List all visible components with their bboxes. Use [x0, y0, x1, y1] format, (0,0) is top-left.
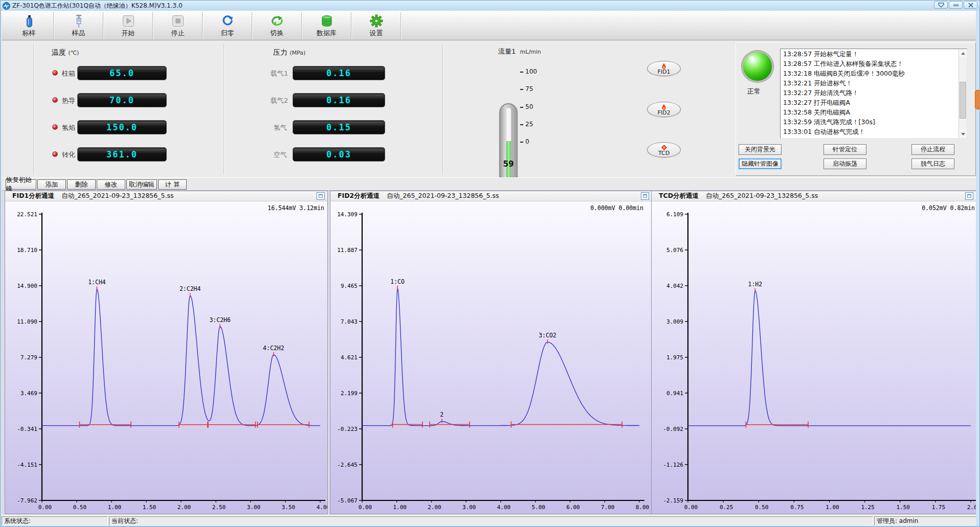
fid1-button[interactable]: FID1 [647, 61, 681, 76]
close-button[interactable] [964, 1, 977, 9]
gauge-tick-label: 100 [525, 68, 537, 75]
chart-filename: 自动_265_2021-09-23_132856_5.ss [61, 192, 173, 200]
svg-text:0.75: 0.75 [790, 504, 804, 511]
restore-peaks-button[interactable]: 恢复初始峰 [6, 179, 36, 190]
pressure-label-carrier2: 载气2 [271, 96, 288, 105]
current-state-field: 当前状态: [109, 516, 873, 525]
arrow-down-icon [961, 133, 965, 135]
pressure-display-air: 0.03 [293, 147, 385, 162]
log-line: 13:28:57 工作站进入标样预备采集状态！ [781, 59, 967, 68]
svg-text:2:C2H4: 2:C2H4 [180, 285, 201, 292]
start-oscillation-button[interactable]: 启动振荡 [823, 158, 866, 169]
log-line: 13:28:57 开始标气定量！ [781, 49, 967, 59]
needle-position-button[interactable]: 针管定位 [823, 144, 866, 155]
svg-text:1:CH4: 1:CH4 [88, 279, 106, 286]
log-line: 13:32:58 关闭电磁阀A [781, 107, 967, 117]
maximize-chart-button[interactable] [317, 192, 325, 200]
svg-text:18.710: 18.710 [17, 247, 37, 254]
svg-text:3.469: 3.469 [20, 390, 37, 397]
chromatogram-fid2[interactable]: 14.30911.8879.4657.0434.6212.199-0.223-2… [330, 201, 652, 516]
toolbar-button-standard-sample[interactable]: 标样 [5, 12, 54, 39]
app-window: ZF-301Q色谱工作站(301Q自动（绝缘油）K528.M)V3.1.3.0 … [0, 0, 980, 527]
svg-text:3:CO2: 3:CO2 [539, 332, 556, 339]
maximize-chart-button[interactable] [641, 192, 649, 200]
gauge-tick-label: 25 [525, 121, 533, 128]
modify-peak-button[interactable]: 修改 [97, 179, 125, 190]
log-line: 13:32:21 开始进标气！ [781, 78, 967, 88]
chart-title: TCD分析通道 [659, 192, 699, 200]
chart-title: FID1分析通道 [12, 192, 54, 200]
toolbar-button-zero[interactable]: 归零 [203, 12, 252, 39]
scroll-up-button[interactable] [959, 49, 967, 57]
toolbar-label: 设置 [370, 29, 383, 38]
chart-filename: 自动_265_2021-09-23_132856_5.ss [706, 192, 818, 200]
toolbar-button-start[interactable]: 开始 [104, 12, 153, 39]
toolbar-button-settings[interactable]: 设置 [352, 12, 401, 39]
svg-text:3.50: 3.50 [282, 504, 296, 511]
temp-led-tcd [52, 97, 58, 103]
minimize-icon [953, 3, 959, 7]
detector-label: TCD [658, 151, 670, 156]
stop-process-button[interactable]: 停止流程 [911, 144, 954, 155]
gauge-tick [520, 72, 523, 73]
scroll-down-button[interactable] [959, 130, 967, 138]
pin-button[interactable] [934, 1, 948, 9]
maximize-icon [319, 194, 323, 198]
svg-text:7.279: 7.279 [20, 354, 37, 361]
add-peak-button[interactable]: 添加 [37, 179, 66, 190]
svg-text:2.00: 2.00 [177, 504, 191, 511]
svg-text:-1.126: -1.126 [663, 462, 683, 468]
fid2-button[interactable]: FID2 [647, 102, 681, 117]
chromatogram-tcd[interactable]: 6.1095.0764.0423.0091.9750.941-0.092-1.1… [652, 201, 976, 516]
svg-text:4.00: 4.00 [497, 504, 511, 511]
degas-log-button[interactable]: 脱气日志 [911, 158, 954, 169]
gauge-tick [520, 142, 523, 143]
toolbar-button-stop[interactable]: 停止 [153, 12, 203, 39]
cancel-edit-button[interactable]: 取消编辑 [126, 179, 157, 190]
minimize-button[interactable] [949, 1, 963, 9]
close-backlight-button[interactable]: 关闭背景光 [739, 144, 782, 155]
svg-text:1:CO: 1:CO [390, 278, 405, 285]
system-state-field: 系统状态: [2, 516, 108, 525]
svg-text:-2.159: -2.159 [663, 497, 683, 504]
side-panel-handle[interactable] [975, 90, 979, 109]
svg-text:-0.341: -0.341 [17, 426, 37, 432]
svg-text:2: 2 [440, 411, 443, 418]
scrollbar-thumb[interactable] [960, 82, 966, 119]
toolbar-label: 开始 [122, 29, 135, 38]
toolbar-button-database[interactable]: 数据库 [302, 12, 351, 39]
delete-peak-button[interactable]: 删除 [67, 179, 96, 190]
titlebar: ZF-301Q色谱工作站(301Q自动（绝缘油）K528.M)V3.1.3.0 [1, 1, 980, 11]
svg-text:3.009: 3.009 [666, 318, 683, 325]
tcd-button[interactable]: TCD [647, 142, 681, 157]
divider [442, 44, 443, 174]
charts-area: FID1分析通道 自动_265_2021-09-23_132856_5.ss 2… [1, 191, 980, 515]
svg-text:1.25: 1.25 [861, 504, 875, 511]
database-icon [320, 14, 333, 28]
system-status-label: 正常 [747, 87, 761, 96]
window-frame-right [976, 11, 979, 525]
temp-display-tcd: 70.0 [77, 93, 167, 107]
chromatogram-fid1[interactable]: 22.52118.71014.90011.0907.2793.469-0.341… [5, 201, 327, 516]
svg-text:2.00: 2.00 [428, 504, 441, 511]
pressure-display-hydrogen: 0.15 [293, 120, 385, 134]
syringe-icon [73, 14, 84, 28]
close-icon [968, 3, 973, 8]
window-frame-left [1, 11, 2, 525]
main-toolbar: 标样 样品 开始 停止 归零 [1, 11, 980, 40]
calculate-button[interactable]: 计 算 [158, 179, 187, 190]
toolbar-button-switch[interactable]: 切换 [253, 12, 302, 39]
event-log[interactable]: 13:28:57 开始标气定量！ 13:28:57 工作站进入标样预备采集状态！… [780, 49, 967, 139]
chart-header: TCD分析通道 自动_265_2021-09-23_132856_5.ss [652, 191, 976, 201]
svg-text:5.00: 5.00 [532, 504, 546, 511]
svg-text:0.00: 0.00 [684, 504, 698, 511]
temp-label-fid: 氢焰 [62, 123, 75, 132]
svg-text:-0.092: -0.092 [663, 426, 683, 432]
toolbar-button-sample[interactable]: 样品 [54, 12, 103, 39]
gauge-tick [520, 124, 523, 125]
maximize-chart-button[interactable] [965, 192, 973, 200]
log-scrollbar[interactable] [959, 49, 967, 138]
hide-needle-image-button[interactable]: 隐藏针管图像 [739, 158, 782, 169]
play-icon [122, 14, 135, 28]
svg-text:1.00: 1.00 [826, 504, 839, 511]
